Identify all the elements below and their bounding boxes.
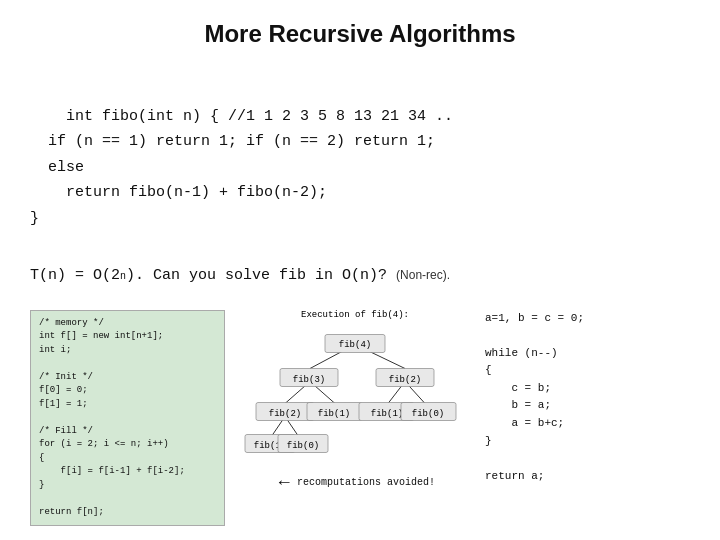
node-fib2-right: fib(2)	[389, 374, 421, 384]
node-fib3: fib(3)	[293, 374, 325, 384]
right-code-box: a=1, b = c = 0; while (n--) { c = b; b =…	[485, 310, 685, 486]
bottom-panel: /* memory */ int f[] = new int[n+1]; int…	[30, 310, 690, 527]
code-line-2: if (n == 1) return 1; if (n == 2) return…	[30, 133, 435, 150]
slide-title: More Recursive Algorithms	[30, 20, 690, 48]
tree-diagram: Execution of fib(4):	[235, 310, 475, 493]
arrow-label-row: ← recomputations avoided!	[275, 472, 435, 493]
code-block: int fibo(int n) { //1 1 2 3 5 8 13 21 34…	[30, 78, 453, 257]
recomp-label: recomputations avoided!	[297, 477, 435, 488]
code-line-1: int fibo(int n) { //1 1 2 3 5 8 13 21 34…	[66, 108, 453, 125]
node-fib1-right: fib(1)	[371, 408, 403, 418]
left-code-box: /* memory */ int f[] = new int[n+1]; int…	[30, 310, 225, 527]
code-line-5: }	[30, 210, 39, 227]
slide-container: More Recursive Algorithms int fibo(int n…	[0, 0, 720, 540]
node-fib0-right: fib(0)	[412, 408, 444, 418]
complexity-suffix: ). Can you solve fib in O(n)?	[126, 267, 387, 284]
node-fib4: fib(4)	[339, 339, 371, 349]
tree-label: Execution of fib(4):	[301, 310, 409, 320]
non-rec-label: (Non-rec).	[396, 268, 450, 282]
code-line-3: else	[30, 159, 84, 176]
node-fib0-ll: fib(0)	[287, 440, 319, 450]
node-fib1-mid: fib(1)	[318, 408, 350, 418]
complexity-line: T(n) = O(2n). Can you solve fib in O(n)?…	[30, 267, 450, 284]
node-fib2-left: fib(2)	[269, 408, 301, 418]
tree-svg: fib(4) fib(3) fib(2) fib(2) fib(1) fib(1…	[240, 323, 470, 468]
arrow-icon: ←	[275, 472, 293, 493]
code-line-4: return fibo(n-1) + fibo(n-2);	[30, 184, 327, 201]
complexity-prefix: T(n) = O(2	[30, 267, 120, 284]
